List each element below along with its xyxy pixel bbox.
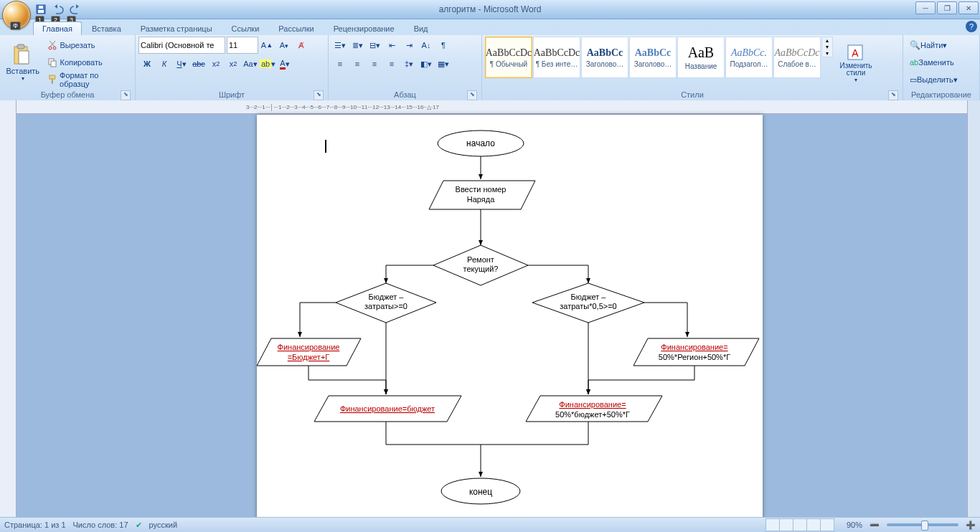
- svg-text:Бюджет –: Бюджет –: [369, 293, 405, 301]
- grow-font-button[interactable]: A▲: [258, 37, 275, 54]
- status-language[interactable]: русский: [149, 521, 177, 529]
- multilevel-button[interactable]: ⊟▾: [366, 37, 383, 54]
- svg-text:Наряда: Наряда: [467, 195, 495, 204]
- font-name-combo[interactable]: [138, 37, 225, 54]
- linespacing-button[interactable]: ‡▾: [400, 55, 418, 72]
- italic-button[interactable]: К: [156, 55, 173, 72]
- find-button[interactable]: 🔍Найти▾: [906, 37, 951, 54]
- view-print-layout[interactable]: [765, 518, 780, 531]
- font-size-combo[interactable]: [227, 37, 258, 54]
- style-nospacing[interactable]: AaBbCcDc¶ Без инте…: [533, 37, 580, 78]
- dec-indent-button[interactable]: ⇤: [383, 37, 400, 54]
- change-styles-button[interactable]: A Изменить стили▾: [833, 37, 879, 88]
- style-normal[interactable]: AaBbCcDc¶ Обычный: [485, 37, 532, 78]
- styles-scroll-up[interactable]: ▴: [822, 37, 832, 44]
- tab-mailings[interactable]: РассылкиЫ: [269, 22, 323, 35]
- style-subtitle[interactable]: AaBbCc.Подзагол…: [725, 37, 773, 78]
- tab-references[interactable]: Ссылки: [222, 22, 269, 35]
- minimize-button[interactable]: ─: [915, 1, 936, 14]
- zoom-out-button[interactable]: ➖: [870, 521, 880, 530]
- svg-text:50%*бюджет+50%*Г: 50%*бюджет+50%*Г: [555, 410, 630, 419]
- align-right-button[interactable]: ≡: [366, 55, 383, 72]
- align-left-button[interactable]: ≡: [331, 55, 349, 72]
- bullets-button[interactable]: ☰▾: [331, 37, 349, 54]
- status-proofing-icon[interactable]: ✔: [136, 521, 142, 530]
- tab-insert[interactable]: ВставкаС: [83, 22, 131, 35]
- svg-point-7: [53, 47, 56, 49]
- zoom-slider[interactable]: [887, 523, 958, 526]
- shading-button[interactable]: ◧▾: [418, 55, 435, 72]
- showmarks-button[interactable]: ¶: [435, 37, 452, 54]
- svg-rect-5: [19, 51, 29, 64]
- view-draft[interactable]: [820, 518, 834, 531]
- font-launcher[interactable]: ⬊: [314, 90, 324, 100]
- flowchart-diagram: начало Ввести номер Наряда Ремонт текущи…: [257, 122, 763, 518]
- svg-rect-10: [50, 75, 55, 79]
- svg-rect-9: [51, 61, 56, 67]
- replace-button[interactable]: abЗаменить: [906, 54, 958, 71]
- highlight-button[interactable]: ab▾: [259, 55, 276, 72]
- clipboard-launcher[interactable]: ⬊: [121, 90, 131, 100]
- tab-pagelayout[interactable]: Разметка страницы: [131, 22, 222, 35]
- borders-button[interactable]: ▦▾: [435, 55, 452, 72]
- sort-button[interactable]: A↓: [418, 37, 435, 54]
- svg-text:начало: начало: [466, 138, 495, 148]
- font-color-button[interactable]: A▾: [276, 55, 293, 72]
- clear-formatting-button[interactable]: A̸: [293, 37, 310, 54]
- shrink-font-button[interactable]: A▾: [275, 37, 293, 54]
- paste-button[interactable]: Вставить▾: [3, 37, 42, 88]
- svg-text:Финансирование: Финансирование: [278, 343, 340, 351]
- tab-view[interactable]: Вид: [405, 22, 438, 35]
- change-case-button[interactable]: Aa▾: [242, 55, 259, 72]
- help-icon[interactable]: ?: [966, 21, 977, 32]
- align-center-button[interactable]: ≡: [349, 55, 366, 72]
- select-button[interactable]: ▭Выделить▾: [906, 71, 961, 88]
- horizontal-ruler[interactable]: 3···2···1···│···1···2···3···4···5···6···…: [17, 100, 967, 114]
- style-title[interactable]: АаВНазвание: [677, 37, 725, 78]
- cut-button[interactable]: Вырезать: [44, 37, 132, 54]
- svg-text:Ремонт: Ремонт: [467, 255, 494, 264]
- styles-gallery[interactable]: AaBbCcDc¶ Обычный AaBbCcDc¶ Без инте… Aa…: [485, 37, 821, 78]
- tab-home[interactable]: ГлавнаяЯ: [33, 22, 82, 35]
- status-words[interactable]: Число слов: 17: [73, 521, 128, 529]
- bold-button[interactable]: Ж: [138, 55, 156, 72]
- app-title: алгоритм - Microsoft Word: [0, 0, 980, 19]
- svg-text:конец: конец: [469, 487, 492, 497]
- view-web[interactable]: [793, 518, 807, 531]
- para-launcher[interactable]: ⬊: [467, 90, 477, 100]
- strike-button[interactable]: abc: [190, 55, 207, 72]
- ribbon-tabs: ГлавнаяЯ ВставкаС Разметка страницы Ссыл…: [0, 19, 980, 35]
- style-heading1[interactable]: AaBbCcЗаголово…: [581, 37, 628, 78]
- numbering-button[interactable]: ≣▾: [349, 37, 366, 54]
- svg-text:текущий?: текущий?: [463, 265, 499, 273]
- status-page[interactable]: Страница: 1 из 1: [4, 521, 66, 529]
- svg-rect-11: [52, 79, 53, 84]
- document-page[interactable]: начало Ввести номер Наряда Ремонт текущи…: [257, 115, 763, 518]
- underline-button[interactable]: Ч▾: [173, 55, 190, 72]
- svg-text:=Бюджет+Г: =Бюджет+Г: [288, 353, 330, 361]
- superscript-button[interactable]: x2: [225, 55, 242, 72]
- style-subtle[interactable]: AaBbCcDcСлабое в…: [773, 37, 821, 78]
- view-fullscreen[interactable]: [779, 518, 793, 531]
- view-outline[interactable]: [806, 518, 821, 531]
- format-painter-button[interactable]: Формат по образцу: [44, 71, 132, 88]
- justify-button[interactable]: ≡: [383, 55, 400, 72]
- svg-text:Финансирование=бюджет: Финансирование=бюджет: [340, 404, 435, 413]
- style-heading2[interactable]: AaBbCcЗаголово…: [629, 37, 677, 78]
- tab-review[interactable]: Рецензирование: [324, 22, 404, 35]
- svg-rect-4: [17, 44, 24, 49]
- subscript-button[interactable]: x2: [207, 55, 225, 72]
- svg-text:A: A: [852, 47, 859, 59]
- styles-scroll-down[interactable]: ▾: [822, 44, 832, 50]
- vertical-scrollbar[interactable]: [967, 100, 980, 518]
- restore-button[interactable]: ❐: [937, 1, 957, 14]
- styles-launcher[interactable]: ⬊: [888, 90, 898, 100]
- zoom-in-button[interactable]: ➕: [966, 521, 976, 530]
- zoom-level[interactable]: 90%: [847, 521, 862, 529]
- inc-indent-button[interactable]: ⇥: [400, 37, 418, 54]
- vertical-ruler[interactable]: [0, 100, 17, 518]
- close-button[interactable]: ✕: [958, 1, 979, 14]
- styles-expand[interactable]: ▾: [822, 50, 832, 57]
- keytip-office: Ф: [10, 22, 21, 30]
- copy-button[interactable]: Копировать: [44, 54, 132, 71]
